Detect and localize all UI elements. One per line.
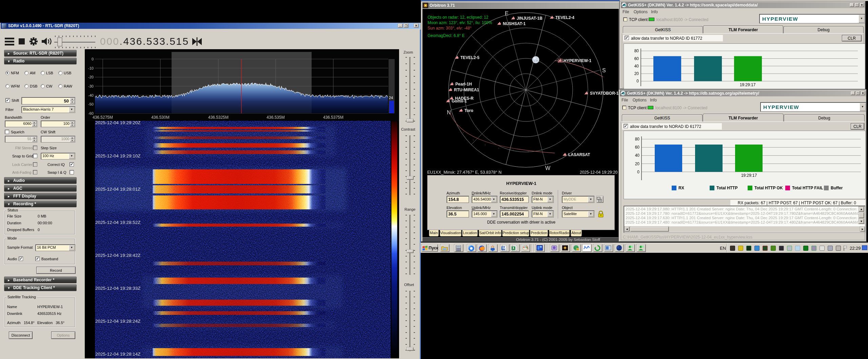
svg-text:436.530M: 436.530M xyxy=(151,115,169,120)
svg-text:EU1XX_Minsk: 27.4767° E, 53.83: EU1XX_Minsk: 27.4767° E, 53.8378° N xyxy=(427,170,501,175)
svg-text:Total HTTP FAIL: Total HTTP FAIL xyxy=(792,186,823,190)
svg-text:Sun azm: 303°, elv: -48°: Sun azm: 303°, elv: -48° xyxy=(428,26,472,31)
svg-text:Total HTTP OK: Total HTTP OK xyxy=(754,186,783,190)
svg-text:80: 80 xyxy=(635,137,640,141)
svg-text:W: W xyxy=(545,165,551,171)
svg-text:RX: RX xyxy=(678,186,684,190)
svg-text:436.5325M: 436.5325M xyxy=(208,115,229,120)
svg-text:Moon azm: 123°, elv: 52°, ilu:: Moon azm: 123°, elv: 52°, ilu: 100% xyxy=(428,20,492,25)
svg-text:20: 20 xyxy=(635,162,640,166)
svg-text:S: S xyxy=(602,68,606,73)
svg-text:JINJUSAT-1B: JINJUSAT-1B xyxy=(517,16,542,21)
svg-text:20: 20 xyxy=(634,71,639,76)
svg-text:-50: -50 xyxy=(88,102,94,106)
svg-text:40: 40 xyxy=(634,64,639,69)
svg-text:NUSHSAT-1: NUSHSAT-1 xyxy=(503,21,526,26)
svg-text:2025-12-04 19:28:42Z: 2025-12-04 19:28:42Z xyxy=(95,253,141,258)
svg-text:2025-12-04 19:29:10Z: 2025-12-04 19:29:10Z xyxy=(95,153,141,158)
svg-text:Buffer: Buffer xyxy=(831,186,843,190)
svg-text:HYPERVIEW-1: HYPERVIEW-1 xyxy=(564,58,592,63)
svg-text:24: 24 xyxy=(389,96,393,100)
svg-text:436.5275M: 436.5275M xyxy=(93,115,113,120)
svg-text:X: X xyxy=(512,246,515,250)
svg-text:LASARSAT: LASARSAT xyxy=(568,152,590,157)
svg-text:2025-12-04 19:29:20Z: 2025-12-04 19:29:20Z xyxy=(95,121,141,125)
svg-text:-20: -20 xyxy=(88,75,94,79)
svg-text:60: 60 xyxy=(635,145,640,150)
svg-text:0: 0 xyxy=(636,79,639,83)
svg-text:E: E xyxy=(505,11,509,16)
svg-text:-10: -10 xyxy=(88,66,94,70)
svg-text:GeomagDecl: 6.8° E: GeomagDecl: 6.8° E xyxy=(428,33,465,38)
svg-text:436.5375M: 436.5375M xyxy=(323,115,343,120)
svg-text:SVYATOBOR-1: SVYATOBOR-1 xyxy=(590,91,619,96)
svg-text:RTU-MIREA1: RTU-MIREA1 xyxy=(454,88,479,92)
svg-text:Pearl-1H: Pearl-1H xyxy=(455,82,472,87)
svg-text:TEVEL2-5: TEVEL2-5 xyxy=(460,55,479,60)
svg-text:-30: -30 xyxy=(88,84,94,88)
svg-text:Toro: Toro xyxy=(465,108,473,113)
svg-text:60: 60 xyxy=(634,56,639,61)
svg-text:2025-12-04 19:29:01Z: 2025-12-04 19:29:01Z xyxy=(95,187,141,192)
svg-text:Total HTTP: Total HTTP xyxy=(716,186,737,190)
svg-text:40: 40 xyxy=(635,153,640,158)
svg-text:2025-12-04 19:29:20 (UTC): 2025-12-04 19:29:20 (UTC) xyxy=(580,170,619,175)
svg-text:Gomx-1: Gomx-1 xyxy=(452,99,467,103)
svg-text:436.535M: 436.535M xyxy=(267,115,284,120)
svg-text:TEVEL2-4: TEVEL2-4 xyxy=(555,15,574,20)
svg-text:W: W xyxy=(502,246,506,250)
svg-text:N: N xyxy=(447,110,451,115)
svg-text:19:29:17: 19:29:17 xyxy=(740,82,756,87)
svg-text:2025-12-04 19:28:52Z: 2025-12-04 19:28:52Z xyxy=(95,220,141,225)
svg-text:2025-12-04 19:28:33Z: 2025-12-04 19:28:33Z xyxy=(95,286,141,291)
svg-text:Objects on radar: 12, eclipsed: Objects on radar: 12, eclipsed: 12 xyxy=(428,15,489,20)
svg-text:19:29:17: 19:29:17 xyxy=(741,173,757,178)
svg-text:-40: -40 xyxy=(88,93,94,97)
svg-text:0: 0 xyxy=(92,57,94,61)
svg-text:80: 80 xyxy=(634,49,639,53)
svg-text:2025-12-04 19:28:24Z: 2025-12-04 19:28:24Z xyxy=(95,319,141,324)
svg-text:2025-12-04 19:28:14Z: 2025-12-04 19:28:14Z xyxy=(95,352,141,357)
svg-text:0: 0 xyxy=(637,170,639,174)
